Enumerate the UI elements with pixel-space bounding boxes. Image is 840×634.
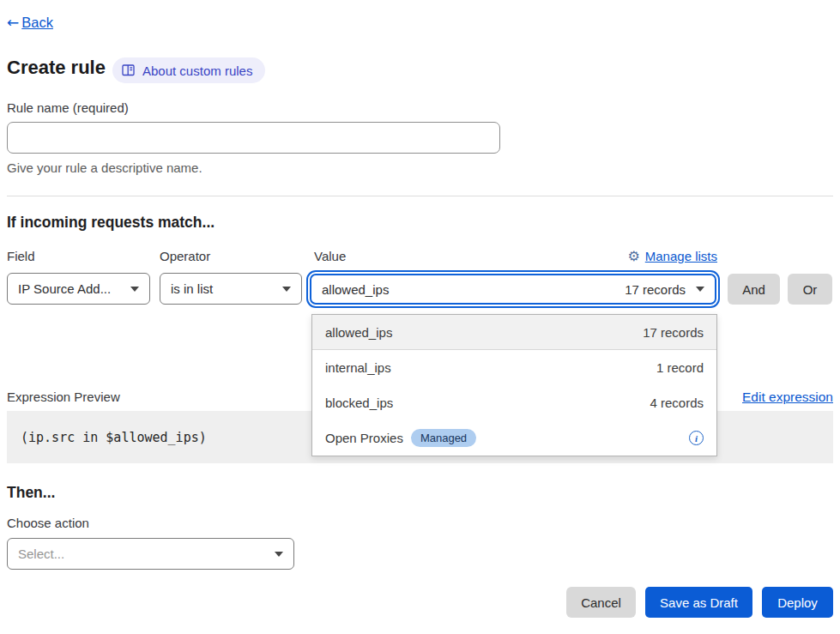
managed-badge: Managed bbox=[411, 429, 476, 447]
save-as-draft-button[interactable]: Save as Draft bbox=[645, 587, 752, 618]
dropdown-option-open-proxies[interactable]: Open Proxies Managed i bbox=[312, 420, 716, 456]
dropdown-option-blocked-ips[interactable]: blocked_ips 4 records bbox=[312, 385, 716, 420]
operator-select-value: is in list bbox=[171, 281, 213, 296]
value-select-record-count: 17 records bbox=[625, 282, 686, 297]
option-name: blocked_ips bbox=[325, 395, 393, 410]
operator-select[interactable]: is in list bbox=[160, 273, 302, 305]
rule-name-helper: Give your rule a descriptive name. bbox=[7, 160, 202, 175]
gear-icon: ⚙ bbox=[627, 248, 639, 264]
dropdown-option-allowed-ips[interactable]: allowed_ips 17 records bbox=[312, 315, 716, 350]
chevron-down-icon bbox=[282, 287, 291, 292]
page-title: Create rule bbox=[7, 57, 106, 79]
chevron-down-icon bbox=[275, 552, 283, 557]
field-label: Field bbox=[7, 249, 35, 263]
info-icon[interactable]: i bbox=[689, 431, 704, 445]
then-section-heading: Then... bbox=[7, 484, 55, 502]
back-link[interactable]: ← Back bbox=[7, 14, 53, 31]
back-label: Back bbox=[21, 15, 53, 31]
chevron-down-icon bbox=[130, 287, 139, 292]
or-button[interactable]: Or bbox=[788, 274, 832, 305]
option-name: Open Proxies bbox=[325, 431, 403, 445]
deploy-button[interactable]: Deploy bbox=[762, 587, 833, 618]
section-divider bbox=[7, 196, 833, 196]
book-icon bbox=[122, 64, 136, 76]
field-select[interactable]: IP Source Add... bbox=[7, 273, 150, 305]
action-select-placeholder: Select... bbox=[18, 546, 64, 561]
match-section-heading: If incoming requests match... bbox=[7, 214, 215, 232]
expression-preview-label: Expression Preview bbox=[7, 389, 120, 404]
manage-lists-link[interactable]: ⚙ Manage lists bbox=[627, 248, 717, 264]
back-arrow-icon: ← bbox=[7, 14, 19, 31]
option-record-count: 17 records bbox=[643, 325, 704, 340]
about-badge-label: About custom rules bbox=[142, 63, 252, 78]
rule-name-label: Rule name (required) bbox=[7, 100, 129, 115]
and-button[interactable]: And bbox=[728, 274, 780, 305]
edit-expression-link[interactable]: Edit expression bbox=[742, 389, 833, 405]
chevron-down-icon bbox=[696, 287, 704, 292]
value-dropdown-menu: allowed_ips 17 records internal_ips 1 re… bbox=[311, 314, 717, 456]
value-select-name: allowed_ips bbox=[322, 282, 389, 297]
action-select[interactable]: Select... bbox=[7, 538, 294, 570]
option-name: allowed_ips bbox=[325, 325, 392, 340]
option-record-count: 4 records bbox=[650, 395, 704, 410]
rule-name-input[interactable] bbox=[7, 122, 500, 154]
option-name: internal_ips bbox=[325, 360, 391, 375]
manage-lists-label: Manage lists bbox=[645, 249, 717, 263]
choose-action-label: Choose action bbox=[7, 516, 89, 530]
option-record-count: 1 record bbox=[656, 360, 704, 375]
value-label: Value bbox=[314, 249, 346, 263]
dropdown-option-internal-ips[interactable]: internal_ips 1 record bbox=[312, 350, 716, 385]
value-select[interactable]: allowed_ips 17 records bbox=[310, 274, 716, 305]
field-select-value: IP Source Add... bbox=[18, 281, 111, 296]
about-custom-rules-badge[interactable]: About custom rules bbox=[112, 57, 265, 83]
cancel-button[interactable]: Cancel bbox=[566, 587, 636, 618]
operator-label: Operator bbox=[160, 249, 210, 263]
